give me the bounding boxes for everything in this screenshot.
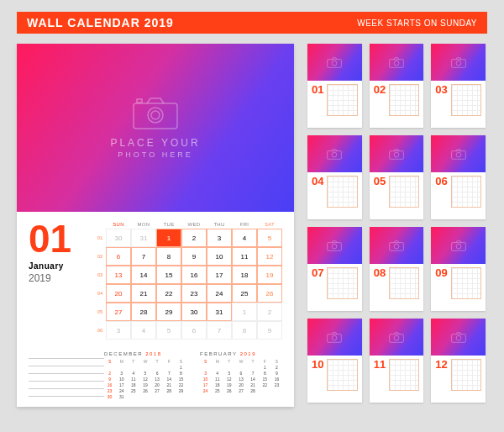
month-thumbnail: 10	[307, 319, 362, 403]
calendar-day: 7	[207, 321, 232, 340]
thumb-month-number: 07	[312, 267, 323, 299]
photo-placeholder: PLACE YOUR PHOTO HERE	[17, 44, 294, 212]
svg-point-5	[332, 61, 337, 66]
thumb-photo	[431, 135, 486, 172]
calendar-day: 28	[131, 303, 156, 321]
thumb-grid	[451, 176, 481, 208]
dow-label: THU	[207, 222, 232, 227]
calendar-body: 01 January 2019 SUNMONTUEWEDTHUFRISAT 01…	[17, 212, 294, 346]
month-thumbnail: 09	[431, 227, 486, 311]
calendar-day: 24	[207, 284, 232, 303]
month-thumbnail: 02	[370, 44, 424, 128]
thumb-grid	[451, 267, 481, 299]
month-year: 2019	[29, 272, 82, 284]
thumb-photo	[307, 135, 362, 172]
month-thumbnail: 01	[307, 44, 362, 128]
dow-label: WED	[181, 222, 207, 227]
thumb-photo	[307, 319, 362, 356]
thumb-photo	[370, 135, 424, 172]
svg-point-9	[456, 61, 461, 66]
month-name: January	[29, 261, 82, 271]
svg-point-13	[394, 152, 399, 157]
calendar-day: 1	[156, 229, 181, 247]
thumb-month-number: 05	[374, 176, 386, 208]
dow-label: SAT	[257, 222, 282, 227]
week-number: 01	[94, 229, 106, 247]
thumb-grid	[327, 267, 357, 299]
calendar-day: 14	[131, 266, 156, 284]
thumb-grid	[451, 84, 481, 116]
calendar-day: 2	[257, 303, 282, 321]
svg-point-17	[332, 244, 337, 249]
calendar-day: 22	[156, 284, 181, 303]
svg-point-11	[332, 152, 337, 157]
month-thumbnail: 07	[307, 227, 362, 311]
header-title: WALL CALENDAR 2019	[27, 16, 174, 29]
dow-label: TUE	[156, 222, 181, 227]
calendar-day: 30	[181, 303, 207, 321]
week-number: 03	[94, 266, 106, 284]
thumb-month-number: 09	[435, 267, 447, 299]
svg-point-27	[456, 335, 461, 340]
calendar-day: 11	[232, 247, 257, 266]
calendar-day: 29	[156, 303, 181, 321]
calendar-day: 18	[232, 266, 257, 284]
photo-text-2: PHOTO HERE	[118, 150, 192, 159]
week-number: 06	[94, 321, 106, 340]
thumb-photo	[370, 44, 424, 81]
thumb-grid	[389, 267, 419, 299]
calendar-day: 9	[181, 247, 207, 266]
thumb-month-number: 01	[312, 84, 323, 116]
thumb-grid	[327, 359, 357, 391]
calendar-day: 12	[257, 247, 282, 266]
thumb-grid	[327, 84, 357, 116]
calendar-day: 13	[106, 266, 131, 284]
calendar-day: 15	[156, 266, 181, 284]
calendar-day: 31	[207, 303, 232, 321]
thumb-grid	[389, 176, 419, 208]
dow-label: FRI	[232, 222, 257, 227]
month-thumbnail: 05	[370, 135, 424, 219]
svg-point-23	[332, 335, 337, 340]
calendar-day: 10	[207, 247, 232, 266]
header-subtitle: WEEK STARTS ON SUNDAY	[357, 18, 477, 28]
thumb-grid	[389, 359, 419, 391]
photo-text-1: PLACE YOUR	[110, 137, 200, 149]
month-thumbnail: 03	[431, 44, 486, 128]
calendar-day: 19	[257, 266, 282, 284]
thumb-photo	[431, 319, 486, 356]
calendar-grid: 0130311234502678910111203131415161718190…	[94, 229, 282, 340]
thumb-month-number: 10	[312, 359, 323, 391]
svg-point-25	[394, 335, 399, 340]
calendar-day: 27	[106, 303, 131, 321]
thumb-month-number: 12	[435, 359, 447, 391]
thumb-month-number: 02	[374, 84, 386, 116]
calendar-day: 25	[232, 284, 257, 303]
month-thumbnail: 12	[431, 319, 486, 403]
calendar-day: 20	[106, 284, 131, 303]
thumb-photo	[307, 44, 362, 81]
mini-calendar: FEBRUARY 2019SMTWTFS12345678910111213141…	[200, 351, 282, 399]
calendar-day: 16	[181, 266, 207, 284]
week-number: 04	[94, 284, 106, 303]
calendar-day: 7	[131, 247, 156, 266]
thumb-photo	[370, 227, 424, 264]
month-thumbnails: 010203040506070809101112	[307, 44, 486, 403]
calendar-day: 3	[106, 321, 131, 340]
calendar-day: 4	[131, 321, 156, 340]
mini-calendar-title: FEBRUARY 2019	[200, 351, 282, 356]
calendar-day: 30	[106, 229, 131, 247]
week-number: 02	[94, 247, 106, 266]
main-calendar-card: PLACE YOUR PHOTO HERE 01 January 2019 SU…	[17, 44, 294, 407]
mini-calendar-title: DECEMBER 2018	[104, 351, 186, 356]
dow-label: MON	[131, 222, 156, 227]
thumb-month-number: 08	[374, 267, 386, 299]
svg-point-1	[148, 108, 163, 123]
calendar-day: 5	[156, 321, 181, 340]
month-thumbnail: 04	[307, 135, 362, 219]
camera-icon	[132, 97, 179, 130]
notes-lines	[29, 351, 104, 397]
week-number: 05	[94, 303, 106, 321]
calendar-day: 4	[232, 229, 257, 247]
svg-point-7	[394, 61, 399, 66]
